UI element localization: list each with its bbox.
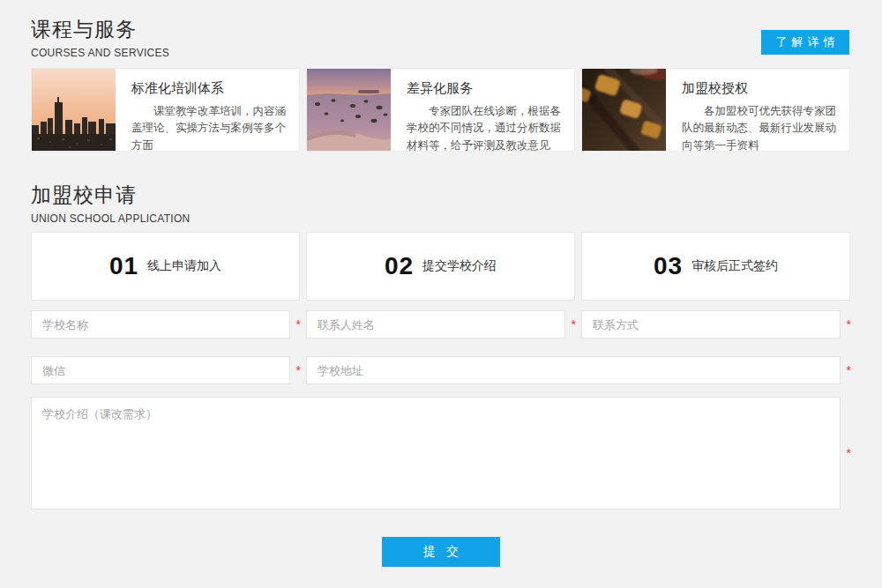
step-card-apply-online: 01 线上申请加入 <box>31 232 300 301</box>
wechat-field-wrap: * <box>31 356 301 384</box>
required-asterisk: * <box>842 439 851 467</box>
courses-section-header: 课程与服务 COURSES AND SERVICES <box>31 16 169 59</box>
film-strip-photo <box>582 69 666 152</box>
desert-dusk-photo <box>307 69 391 152</box>
application-section-title: 加盟校申请 <box>31 182 191 209</box>
courses-section-subtitle: COURSES AND SERVICES <box>31 47 169 59</box>
step-card-submit-intro: 02 提交学校介绍 <box>306 232 575 301</box>
required-asterisk: * <box>567 310 576 339</box>
step-number: 01 <box>109 252 138 280</box>
school-intro-textarea[interactable] <box>31 397 841 510</box>
course-card-franchise-authorization: 加盟校授权 各加盟校可优先获得专家团队的最新动态、最新行业发展动向等第一手资料 <box>581 68 850 152</box>
contact-method-field-wrap: * <box>581 310 851 339</box>
required-asterisk: * <box>842 356 851 384</box>
course-card-desc: 课堂教学改革培训，内容涵盖理论、实操方法与案例等多个方面 <box>131 103 288 152</box>
course-card-standardized-training: 标准化培训体系 课堂教学改革培训，内容涵盖理论、实操方法与案例等多个方面 <box>31 68 300 152</box>
courses-section-title: 课程与服务 <box>31 16 169 43</box>
school-address-input[interactable] <box>306 356 841 384</box>
learn-more-button[interactable]: 了解详情 <box>761 30 849 55</box>
course-card-title: 差异化服务 <box>407 80 564 97</box>
contact-name-field-wrap: * <box>306 310 576 339</box>
wechat-input[interactable] <box>31 356 290 384</box>
step-number: 02 <box>385 252 414 280</box>
required-asterisk: * <box>292 356 301 384</box>
school-name-field-wrap: * <box>31 310 301 339</box>
school-name-input[interactable] <box>31 310 290 339</box>
school-intro-field-wrap: * <box>31 397 851 510</box>
step-label: 审核后正式签约 <box>691 258 778 274</box>
course-card-title: 加盟校授权 <box>682 80 839 97</box>
course-card-differentiated-service: 差异化服务 专家团队在线诊断，根据各学校的不同情况，通过分析数据材料等，给予评测… <box>306 68 575 152</box>
required-asterisk: * <box>292 310 301 339</box>
contact-method-input[interactable] <box>581 310 841 339</box>
city-skyline-sunset-photo <box>32 69 116 152</box>
contact-name-input[interactable] <box>306 310 565 339</box>
step-label: 线上申请加入 <box>147 258 221 274</box>
step-card-sign-contract: 03 审核后正式签约 <box>581 232 850 301</box>
submit-button[interactable]: 提交 <box>382 537 500 567</box>
course-card-desc: 各加盟校可优先获得专家团队的最新动态、最新行业发展动向等第一手资料 <box>682 103 839 152</box>
required-asterisk: * <box>842 310 851 339</box>
course-card-title: 标准化培训体系 <box>131 80 288 97</box>
step-number: 03 <box>654 252 683 280</box>
application-section-header: 加盟校申请 UNION SCHOOL APPLICATION <box>31 182 191 225</box>
application-section-subtitle: UNION SCHOOL APPLICATION <box>31 212 191 225</box>
course-card-desc: 专家团队在线诊断，根据各学校的不同情况，通过分析数据材料等，给予评测及教改意见 <box>407 103 564 152</box>
step-label: 提交学校介绍 <box>422 258 497 274</box>
school-address-field-wrap: * <box>306 356 851 384</box>
